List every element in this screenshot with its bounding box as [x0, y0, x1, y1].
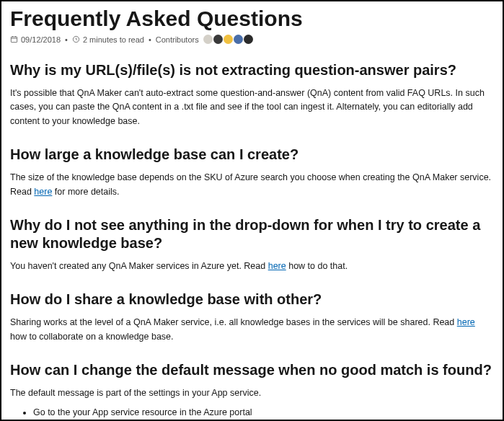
calendar-icon	[10, 35, 18, 43]
svg-rect-0	[11, 37, 17, 43]
faq-steps-list: Go to the your App service resource in t…	[10, 406, 494, 420]
meta-separator: •	[149, 35, 151, 44]
avatar[interactable]	[234, 35, 243, 44]
faq-item: Why do I not see anything in the drop-do…	[10, 216, 494, 273]
avatar[interactable]	[244, 35, 253, 44]
svg-line-6	[76, 40, 77, 40]
avatar[interactable]	[224, 35, 233, 44]
faq-question: How can I change the default message whe…	[10, 361, 494, 379]
faq-question: Why do I not see anything in the drop-do…	[10, 216, 494, 252]
faq-answer: It's possible that QnA Maker can't auto-…	[10, 87, 494, 128]
page-metadata: 09/12/2018 • 2 minutes to read • Contrib…	[10, 35, 494, 44]
link-here[interactable]: here	[34, 187, 52, 197]
faq-item: How large a knowledge base can I create?…	[10, 146, 494, 199]
list-item: Go to the your App service resource in t…	[33, 406, 494, 420]
meta-contributors-label: Contributors	[156, 35, 199, 44]
contributors-list	[203, 35, 253, 44]
link-here[interactable]: here	[268, 261, 286, 271]
faq-answer: You haven't created any QnA Maker servic…	[10, 260, 494, 273]
page-title: Frequently Asked Questions	[10, 6, 494, 32]
faq-answer: The default message is part of the setti…	[10, 386, 494, 400]
faq-item: How can I change the default message whe…	[10, 361, 494, 420]
meta-separator: •	[65, 35, 68, 44]
link-here[interactable]: here	[457, 317, 475, 327]
meta-date: 09/12/2018	[21, 35, 61, 44]
faq-question: Why is my URL(s)/file(s) is not extracti…	[10, 61, 494, 79]
avatar[interactable]	[213, 35, 223, 44]
faq-answer: Sharing works at the level of a QnA Make…	[10, 316, 494, 344]
faq-question: How large a knowledge base can I create?	[10, 146, 494, 164]
meta-readtime: 2 minutes to read	[83, 35, 144, 44]
avatar[interactable]	[203, 35, 213, 44]
faq-question: How do I share a knowledge base with oth…	[10, 291, 494, 309]
clock-icon	[72, 35, 80, 43]
faq-item: How do I share a knowledge base with oth…	[10, 291, 494, 344]
faq-answer: The size of the knowledge base depends o…	[10, 171, 494, 199]
faq-item: Why is my URL(s)/file(s) is not extracti…	[10, 61, 494, 128]
